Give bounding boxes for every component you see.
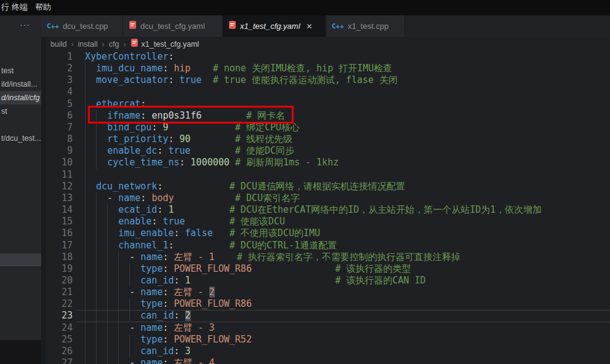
breadcrumb-segment[interactable]: cfg: [109, 40, 119, 49]
code-line[interactable]: 14 ecat_id: 1 # DCU在EtherCAT网络中的ID，从主站开始…: [46, 204, 610, 216]
side-panel-selected-bar[interactable]: [0, 253, 41, 266]
code-line[interactable]: 2 imu_dcu_name: hip # none 关闭IMU检查, hip …: [46, 63, 610, 74]
token: # true 使能执行器运动测试, flase 关闭: [213, 74, 398, 85]
token: name: [140, 357, 163, 364]
token: -: [85, 251, 140, 263]
code-line[interactable]: 26 can_id: 3: [46, 346, 610, 357]
code-line[interactable]: 25 type: POWER_FLOW_R52: [46, 334, 610, 346]
token: [85, 181, 96, 192]
line-number: 5: [46, 98, 73, 110]
token: # 使能DC同步: [235, 145, 294, 156]
breadcrumb-file-icon: [130, 38, 138, 50]
menu-item[interactable]: 终端: [12, 2, 28, 13]
token: [85, 157, 107, 168]
code-line[interactable]: 13 - name: body # DCU索引名字: [46, 192, 610, 204]
token: [174, 204, 230, 215]
menu-item[interactable]: 帮助: [35, 2, 51, 13]
code-text: can_id: 2: [85, 310, 191, 322]
token: :: [180, 157, 191, 168]
code-line[interactable]: 8 rt_priority: 90 # 线程优先级: [46, 133, 610, 145]
token: 1: [168, 204, 174, 215]
code-text: - name: 左臂 - 3: [85, 322, 215, 334]
code-line[interactable]: 22 type: POWER_FLOW_R86: [46, 298, 610, 310]
code-line[interactable]: 18 - name: 左臂 - 1 # 执行器索引名字，不需要控制的执行器可直接…: [46, 251, 610, 263]
token: :: [140, 110, 151, 121]
cpp-file-icon: C++: [47, 22, 59, 30]
token: POWER_FLOW_R86: [174, 263, 252, 274]
breadcrumb-segment[interactable]: install: [78, 40, 98, 49]
tab-close-icon[interactable]: ✕: [307, 23, 313, 30]
list-item[interactable]: t/dcu_test...: [0, 132, 41, 145]
token: # DCU通信网络，请根据实机连接情况配置: [230, 181, 405, 192]
token: [85, 298, 140, 309]
token: [85, 98, 96, 109]
panel-sash[interactable]: [41, 37, 46, 364]
breadcrumb-segment[interactable]: build: [50, 40, 66, 49]
list-item[interactable]: ild/install...: [0, 77, 41, 91]
code-line[interactable]: 7 bind_cpu: 9 # 绑定CPU核心: [46, 122, 610, 133]
code-line[interactable]: 20 can_id: 1 # 该执行器的CAN ID: [46, 275, 610, 287]
code-line[interactable]: 15 enable: true # 使能该DCU: [46, 216, 610, 228]
token: POWER_FLOW_R52: [174, 334, 252, 345]
token: imu_enable: [118, 228, 174, 239]
line-number: 16: [46, 228, 73, 239]
code-line[interactable]: 11: [46, 169, 610, 181]
token: [85, 346, 140, 357]
line-number: 20: [46, 275, 73, 287]
code-line[interactable]: 6 ifname: enp0s31f6 # 网卡名: [46, 110, 610, 122]
yaml-file-icon: [129, 20, 137, 32]
code-line[interactable]: 3 move_actuator: true # true 使能执行器运动测试, …: [46, 74, 610, 86]
more-actions-icon[interactable]: ···: [20, 20, 30, 30]
token: :: [163, 63, 174, 74]
token: ecat_id: [118, 204, 157, 215]
code-line[interactable]: 5 ethercat:: [46, 98, 610, 110]
line-number: 4: [46, 86, 73, 98]
code-line[interactable]: 24 - name: 左臂 - 3: [46, 322, 610, 334]
token: body: [151, 192, 174, 204]
code-line[interactable]: 9 enable_dc: true # 使能DC同步: [46, 145, 610, 157]
line-number: 21: [46, 287, 73, 298]
token: POWER_FLOW_R86: [174, 298, 252, 309]
line-number: 11: [46, 169, 73, 181]
tab-dcu_test.cpp[interactable]: C++dcu_test.cpp: [41, 15, 123, 37]
editor[interactable]: 1XyberController:2 imu_dcu_name: hip # n…: [46, 51, 610, 364]
token: :: [140, 98, 146, 109]
menu-bar: 行终端帮助: [0, 0, 610, 15]
tab-x1_test_cfg.yaml[interactable]: x1_test_cfg.yaml✕: [223, 15, 326, 37]
token: [85, 204, 118, 215]
code-line[interactable]: 19 type: POWER_FLOW_R86 # 该执行器的类型: [46, 263, 610, 275]
code-line[interactable]: 27 - name: 左臂 - 4: [46, 357, 610, 364]
tab-label: x1_test.cpp: [348, 22, 389, 31]
breadcrumb-file[interactable]: x1_test_cfg.yaml: [142, 40, 199, 49]
code-text: cycle_time_ns: 1000000 # 刷新周期1ms - 1khz: [85, 157, 339, 168]
token: -: [85, 192, 118, 204]
token: can_id: [140, 275, 174, 286]
token: :: [174, 228, 185, 239]
list-item[interactable]: d/install/cfg: [0, 91, 41, 105]
code-text: ifname: enp0s31f6 # 网卡名: [85, 110, 285, 122]
code-area[interactable]: 1XyberController:2 imu_dcu_name: hip # n…: [46, 51, 610, 364]
list-item[interactable]: st: [0, 105, 41, 118]
code-text: imu_enable: false # 不使用该DCU的IMU: [85, 228, 320, 239]
token: :: [163, 287, 174, 298]
code-line[interactable]: 12 dcu_network: # DCU通信网络，请根据实机连接情况配置: [46, 181, 610, 192]
tab-x1_test.cpp[interactable]: C++x1_test.cpp: [326, 15, 405, 37]
list-item[interactable]: test: [0, 64, 41, 77]
code-line[interactable]: 21 - name: 左臂 - 2: [46, 287, 610, 298]
code-line[interactable]: 17 channel_1: # DCU的CTRL-1通道配置: [46, 240, 610, 251]
code-line[interactable]: 1XyberController:: [46, 51, 610, 63]
line-number: 1: [46, 51, 73, 63]
line-number: 13: [46, 192, 73, 204]
code-line[interactable]: 10 cycle_time_ns: 1000000 # 刷新周期1ms - 1k…: [46, 157, 610, 168]
code-text: can_id: 3: [85, 346, 191, 357]
breadcrumb-separator-icon: ›: [123, 40, 126, 49]
token: :: [168, 51, 174, 62]
token: [85, 263, 140, 274]
code-line[interactable]: 4: [46, 86, 610, 98]
line-number: 25: [46, 334, 73, 346]
token: 1: [185, 275, 191, 286]
code-line[interactable]: 16 imu_enable: false # 不使用该DCU的IMU: [46, 228, 610, 239]
menu-item[interactable]: 行: [1, 2, 9, 13]
code-line[interactable]: 23 can_id: 2: [46, 310, 610, 322]
tab-dcu_test_cfg.yaml[interactable]: dcu_test_cfg.yaml: [123, 15, 223, 37]
